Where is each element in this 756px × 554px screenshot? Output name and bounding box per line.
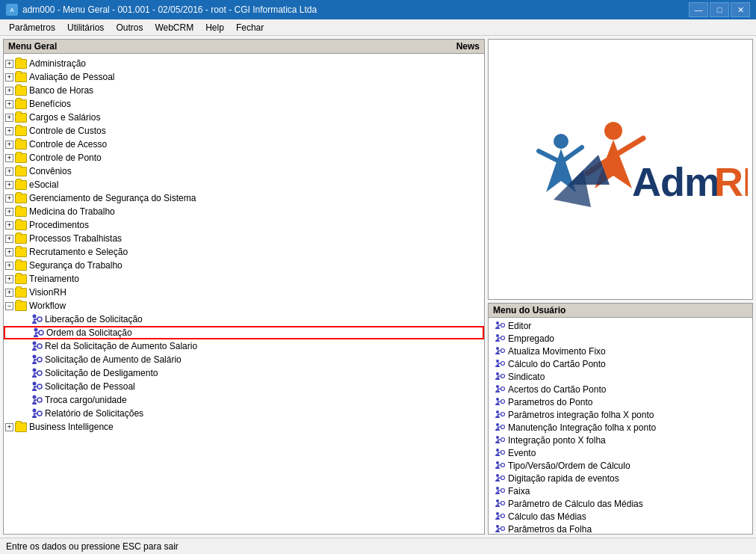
svg-line-44 [539, 151, 561, 162]
svg-point-7 [34, 328, 38, 332]
expand-icon[interactable]: + [5, 275, 13, 283]
menu-fechar[interactable]: Fechar [230, 21, 270, 34]
tree-item-troca-cargo[interactable]: Troca cargo/unidade [4, 393, 484, 407]
expand-icon[interactable]: + [5, 248, 13, 256]
leaf-icon [31, 381, 43, 392]
tree-item-workflow[interactable]: −Workflow [4, 299, 484, 313]
svg-point-109 [496, 461, 499, 464]
svg-point-69 [496, 360, 499, 363]
expand-icon[interactable]: + [5, 127, 13, 135]
expand-icon[interactable]: + [5, 262, 13, 270]
svg-point-115 [501, 476, 505, 480]
tree-container[interactable]: +Administração+Avaliação de Pessoal+Banc… [4, 54, 484, 534]
expand-icon[interactable]: + [5, 289, 13, 297]
tree-item-rel-sol[interactable]: Relatório de Solicitações [4, 407, 484, 420]
tree-item-esocial[interactable]: +eSocial [4, 178, 484, 191]
expand-icon[interactable]: + [5, 73, 13, 81]
menu-parametros[interactable]: Parâmetros [3, 21, 61, 34]
user-menu-item[interactable]: Cálculo do Cartão Ponto [489, 357, 752, 370]
user-menu-item[interactable]: Parâmetros integração folha X ponto [489, 408, 752, 421]
user-menu-icon [495, 422, 505, 432]
expand-icon[interactable]: + [5, 423, 13, 431]
tree-item-avaliacao[interactable]: +Avaliação de Pessoal [4, 70, 484, 84]
tree-item-treinamento[interactable]: +Treinamento [4, 272, 484, 286]
user-menu-icon [495, 448, 505, 458]
user-menu-item[interactable]: Digitação rapida de eventos [489, 472, 752, 484]
expand-icon[interactable]: + [5, 221, 13, 230]
user-menu-items[interactable]: EditorEmpregadoAtualiza Movimento FixoCá… [489, 318, 752, 534]
tree-item-rel-sol-aumento[interactable]: Rel da Solicitação de Aumento Salario [4, 339, 484, 353]
user-menu-item[interactable]: Parametros do Ponto [489, 396, 752, 408]
user-menu-item[interactable]: Parâmetros da Folha [489, 523, 752, 534]
expand-icon[interactable]: + [5, 114, 13, 122]
user-menu-item[interactable]: Editor [489, 319, 752, 332]
tree-item-medicina[interactable]: +Medicina do Trabalho [4, 205, 484, 218]
user-menu-item-label: Editor [508, 321, 531, 331]
tree-item-recrutamento[interactable]: +Recrutamento e Seleção [4, 245, 484, 259]
menu-outros[interactable]: Outros [110, 21, 149, 34]
close-button[interactable]: ✕ [731, 2, 750, 17]
svg-point-75 [501, 375, 505, 378]
menu-webcrm[interactable]: WebCRM [149, 21, 199, 34]
tree-item-processos[interactable]: +Processos Trabalhistas [4, 232, 484, 245]
expand-icon[interactable]: + [5, 141, 13, 149]
tree-item-controle-ponto[interactable]: +Controle de Ponto [4, 151, 484, 164]
tree-item-seguranca[interactable]: +Segurança do Trabalho [4, 259, 484, 272]
svg-point-125 [501, 502, 505, 505]
leaf-icon [31, 354, 43, 365]
menu-utilitarios[interactable]: Utilitários [61, 21, 110, 34]
tree-item-lib-sol[interactable]: Liberação de Solicitação [4, 313, 484, 326]
expand-icon[interactable]: + [5, 87, 13, 95]
minimize-button[interactable]: — [689, 2, 708, 17]
svg-point-32 [33, 396, 37, 399]
tree-item-sol-aumento[interactable]: Solicitação de Aumento de Salário [4, 353, 484, 366]
svg-point-70 [501, 362, 505, 366]
collapse-icon[interactable]: − [5, 302, 13, 310]
user-menu-item[interactable]: Integração ponto X folha [489, 434, 752, 446]
user-menu-item[interactable]: Sindicato [489, 370, 752, 383]
expand-icon[interactable]: + [5, 208, 13, 216]
tree-item-convenios[interactable]: +Convênios [4, 164, 484, 178]
tree-item-banco[interactable]: +Banco de Horas [4, 84, 484, 97]
user-menu-item[interactable]: Empregado [489, 332, 752, 345]
tree-item-label: Recrutamento e Seleção [29, 247, 128, 257]
expand-icon[interactable]: + [5, 194, 13, 203]
user-menu-item[interactable]: Evento [489, 446, 752, 459]
svg-point-129 [496, 512, 499, 515]
tree-item-label: Solicitação de Pessoal [45, 381, 135, 392]
expand-icon[interactable]: + [5, 154, 13, 162]
tree-item-sol-pessoal[interactable]: Solicitação de Pessoal [4, 380, 484, 393]
expand-icon[interactable]: + [5, 60, 13, 68]
svg-point-17 [33, 355, 37, 359]
tree-item-label: Rel da Solicitação de Aumento Salario [45, 341, 197, 351]
tree-item-controle-custos[interactable]: +Controle de Custos [4, 124, 484, 138]
tree-item-sol-desl[interactable]: Solicitação de Desligamento [4, 366, 484, 380]
maximize-button[interactable]: □ [710, 2, 729, 17]
user-menu-item[interactable]: Acertos do Cartão Ponto [489, 383, 752, 396]
menu-help[interactable]: Help [199, 21, 230, 34]
tree-item-beneficios[interactable]: +Benefícios [4, 97, 484, 111]
user-menu-item[interactable]: Manutenção Integração folha x ponto [489, 421, 752, 434]
user-menu-item[interactable]: Parâmetro de Cálculo das Médias [489, 497, 752, 510]
tree-item-business[interactable]: +Business Intelligence [4, 420, 484, 434]
user-menu-item[interactable]: Cálculo das Médias [489, 510, 752, 523]
tree-item-controle-acesso[interactable]: +Controle de Acesso [4, 138, 484, 151]
expand-icon[interactable]: + [5, 100, 13, 108]
svg-point-27 [33, 382, 37, 386]
expand-icon[interactable]: + [5, 167, 13, 176]
tree-item-visionrh[interactable]: +VisionRH [4, 286, 484, 299]
left-panel: Menu Geral News +Administração+Avaliação… [3, 39, 485, 535]
tree-item-procedimentos[interactable]: +Procedimentos [4, 218, 484, 232]
tree-item-admin[interactable]: +Administração [4, 57, 484, 70]
tree-item-gerenciamento[interactable]: +Gerenciamento de Segurança do Sistema [4, 191, 484, 205]
user-menu-icon [495, 397, 505, 407]
expand-icon[interactable]: + [5, 235, 13, 243]
user-menu-item[interactable]: Faixa [489, 484, 752, 497]
user-menu-item[interactable]: Tipo/Versão/Ordem de Cálculo [489, 459, 752, 472]
user-menu-icon [495, 435, 505, 445]
expand-icon[interactable]: + [5, 181, 13, 189]
user-menu-item[interactable]: Atualiza Movimento Fixo [489, 345, 752, 357]
leaf-icon [31, 314, 43, 324]
tree-item-ordem-sol[interactable]: Ordem da Solicitação [4, 326, 484, 339]
tree-item-cargos[interactable]: +Cargos e Salários [4, 111, 484, 124]
